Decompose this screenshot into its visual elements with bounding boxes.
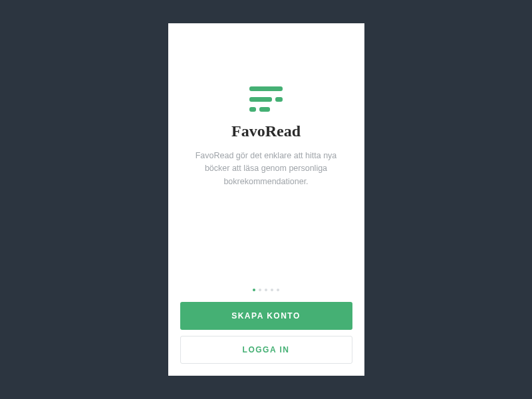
pagination-dot[interactable] bbox=[259, 289, 261, 291]
app-description: FavoRead gör det enklare att hitta nya b… bbox=[193, 150, 339, 188]
create-account-button[interactable]: SKAPA KONTO bbox=[180, 302, 352, 330]
app-logo-icon bbox=[249, 86, 283, 112]
onboarding-screen: FavoRead FavoRead gör det enklare att hi… bbox=[168, 23, 364, 376]
app-title: FavoRead bbox=[231, 122, 301, 140]
pagination-dot[interactable] bbox=[265, 289, 267, 291]
login-button[interactable]: LOGGA IN bbox=[180, 336, 352, 364]
content-area: FavoRead FavoRead gör det enklare att hi… bbox=[180, 37, 352, 289]
button-area: SKAPA KONTO LOGGA IN bbox=[180, 302, 352, 364]
pagination-dot[interactable] bbox=[277, 289, 279, 291]
pagination-dot[interactable] bbox=[271, 289, 273, 291]
pagination-dots bbox=[180, 289, 352, 291]
pagination-dot[interactable] bbox=[253, 289, 255, 291]
